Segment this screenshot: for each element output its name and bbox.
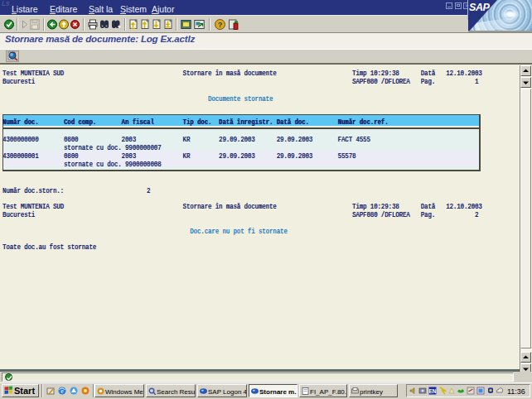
svg-text:e: e xyxy=(60,387,64,395)
svg-text:EN: EN xyxy=(428,388,436,394)
svg-text:?: ? xyxy=(217,21,222,29)
